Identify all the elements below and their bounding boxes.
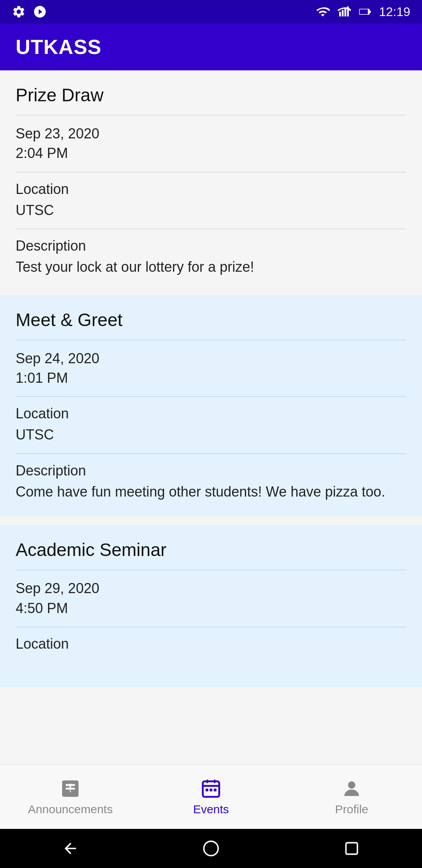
profile-icon xyxy=(341,778,363,800)
event-datetime-academic-seminar: Sep 29, 2020 4:50 PM xyxy=(16,570,406,627)
description-value-prize-draw: Test your lock at our lottery for a priz… xyxy=(16,257,406,277)
status-time: 12:19 xyxy=(379,5,410,19)
event-time-prize-draw: 2:04 PM xyxy=(16,143,406,163)
nav-item-announcements[interactable]: ! Announcements xyxy=(0,771,141,822)
announcements-label: Announcements xyxy=(28,803,113,816)
location-label-meet-greet: Location xyxy=(16,405,406,422)
svg-rect-2 xyxy=(344,8,346,16)
nav-item-events[interactable]: Events xyxy=(141,771,281,822)
event-location-section-prize-draw: Location UTSC xyxy=(16,172,406,229)
svg-rect-14 xyxy=(203,785,219,787)
event-title-academic-seminar: Academic Seminar xyxy=(16,539,406,560)
svg-rect-0 xyxy=(339,12,341,16)
location-label-prize-draw: Location xyxy=(16,181,406,197)
svg-rect-6 xyxy=(370,11,371,13)
event-datetime-meet-greet: Sep 24, 2020 1:01 PM xyxy=(16,340,406,397)
event-title-meet-greet: Meet & Greet xyxy=(16,309,406,330)
event-time-meet-greet: 1:01 PM xyxy=(16,368,406,388)
bottom-nav: ! Announcements Events Prof xyxy=(0,764,422,829)
event-date-academic-seminar: Sep 29, 2020 xyxy=(16,579,406,598)
app-title: UTKASS xyxy=(16,35,102,59)
svg-rect-19 xyxy=(214,789,216,791)
system-nav xyxy=(0,829,422,868)
signal-icon xyxy=(337,5,351,19)
svg-rect-15 xyxy=(206,780,208,783)
events-label: Events xyxy=(193,803,229,816)
home-button[interactable] xyxy=(199,837,223,860)
nav-item-profile[interactable]: Profile xyxy=(281,771,422,822)
description-value-meet-greet: Come have fun meeting other students! We… xyxy=(16,482,406,502)
svg-rect-5 xyxy=(359,9,368,14)
events-icon xyxy=(200,778,222,800)
svg-point-20 xyxy=(348,781,356,789)
event-description-section-meet-greet: Description Come have fun meeting other … xyxy=(16,454,406,516)
event-date-prize-draw: Sep 23, 2020 xyxy=(16,124,406,143)
battery-icon xyxy=(358,5,372,19)
status-icons-left xyxy=(12,5,47,19)
app-bar: UTKASS xyxy=(0,23,422,70)
back-button[interactable] xyxy=(59,837,82,860)
svg-rect-3 xyxy=(347,7,349,17)
description-label-meet-greet: Description xyxy=(16,463,406,479)
settings-icon xyxy=(12,5,26,19)
location-label-academic-seminar: Location xyxy=(16,636,406,652)
announcements-icon: ! xyxy=(59,778,81,800)
events-list: Prize Draw Sep 23, 2020 2:04 PM Location… xyxy=(0,70,422,764)
svg-rect-16 xyxy=(214,780,216,783)
description-label-prize-draw: Description xyxy=(16,238,406,254)
recents-button[interactable] xyxy=(340,837,363,860)
wifi-icon xyxy=(316,5,330,19)
svg-rect-17 xyxy=(206,789,208,791)
location-value-meet-greet: UTSC xyxy=(16,425,406,445)
svg-point-21 xyxy=(204,841,218,856)
event-location-section-meet-greet: Location UTSC xyxy=(16,396,406,453)
status-icons-right: 12:19 xyxy=(316,5,410,19)
svg-text:!: ! xyxy=(69,785,72,794)
event-description-section-prize-draw: Description Test your lock at our lotter… xyxy=(16,229,406,285)
divider-2 xyxy=(0,516,422,525)
event-datetime-prize-draw: Sep 23, 2020 2:04 PM xyxy=(16,115,406,172)
event-title-prize-draw: Prize Draw xyxy=(16,84,406,106)
event-card-academic-seminar[interactable]: Academic Seminar Sep 29, 2020 4:50 PM Lo… xyxy=(0,525,422,687)
sync-icon xyxy=(33,5,47,19)
svg-rect-18 xyxy=(210,789,213,791)
svg-rect-22 xyxy=(346,843,357,854)
event-time-academic-seminar: 4:50 PM xyxy=(16,599,406,618)
event-date-meet-greet: Sep 24, 2020 xyxy=(16,349,406,368)
event-card-prize-draw[interactable]: Prize Draw Sep 23, 2020 2:04 PM Location… xyxy=(0,70,422,286)
event-card-meet-greet[interactable]: Meet & Greet Sep 24, 2020 1:01 PM Locati… xyxy=(0,295,422,516)
divider-1 xyxy=(0,286,422,295)
status-bar: 12:19 xyxy=(0,0,422,23)
profile-label: Profile xyxy=(335,803,368,816)
location-value-prize-draw: UTSC xyxy=(16,201,406,220)
event-location-section-academic-seminar: Location xyxy=(16,627,406,664)
svg-rect-1 xyxy=(342,10,344,17)
